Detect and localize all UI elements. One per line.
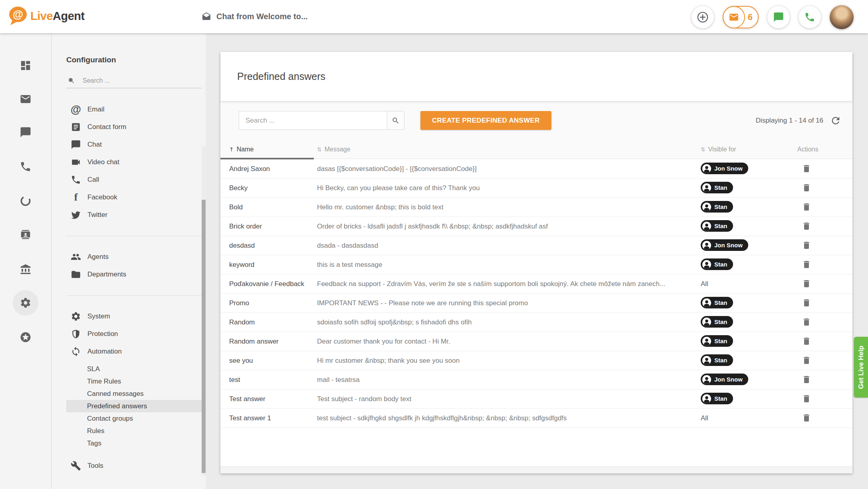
refresh-icon[interactable] [830,115,841,126]
table-row[interactable]: Andrej Saxondasas [{$conversationCode}] … [220,159,852,179]
predefined-answers-card: Predefined answers CREATE PREDEFINED ANS… [220,52,852,473]
rail-item-chat[interactable] [13,119,38,145]
sort-both-icon: ⇅ [701,146,705,153]
agent-badge-label: Stan [714,203,727,210]
column-header-visible-for[interactable]: ⇅Visible for [701,146,797,153]
table-row[interactable]: BoldHello mr. customer &nbsp; this is bo… [220,198,852,217]
table-row[interactable]: Poďakovanie / FeedbackFeedback na suppor… [220,274,852,294]
actions-cell [797,220,852,233]
sidebar-scrollbar-thumb[interactable] [202,200,206,473]
delete-button[interactable] [801,163,813,175]
sidebar-item-contact-groups[interactable]: Contact groups [66,412,206,425]
delete-button[interactable] [801,354,813,366]
delete-button[interactable] [801,258,813,270]
rail-item-mail[interactable] [13,86,38,112]
sidebar-item-automation[interactable]: Automation [52,343,206,360]
add-button[interactable] [692,6,714,28]
actions-cell [797,297,852,309]
table-row[interactable]: desdasddsada - dasdasdasdJon Snow [220,236,852,255]
chat-bubble-icon [71,139,81,150]
message-cell: Hi Becky, can you please take care of th… [317,184,701,192]
delete-button[interactable] [801,220,813,232]
rail-item-dashboard[interactable] [13,53,38,78]
table-row[interactable]: PromoIMPORTANT NEWS - - Please note we a… [220,294,852,313]
table-row[interactable]: Randomsdoiasfo sofih sdfoij spofj&nbsp; … [220,313,852,332]
chats-button[interactable] [767,6,790,28]
column-header-label: Actions [797,146,818,153]
rail-item-progress-circle[interactable] [13,188,38,214]
actions-cell [797,182,852,194]
calls-button[interactable] [799,6,821,28]
sidebar-item-call[interactable]: Call [52,171,206,189]
delete-button[interactable] [801,182,813,194]
table-row[interactable]: see youHi mr customer &nbsp; thank you s… [220,351,852,370]
sidebar-item-facebook[interactable]: fFacebook [52,189,206,206]
configuration-sidebar: Configuration @EmailContact formChatVide… [52,33,206,489]
delete-button[interactable] [801,297,813,309]
sidebar-item-tags[interactable]: Tags [66,437,206,449]
sidebar-item-twitter[interactable]: Twitter [52,206,206,224]
name-cell: Bold [229,203,317,211]
table-search-input[interactable] [239,111,387,130]
open-ticket-tab[interactable]: Chat from Welcome to... [202,0,308,33]
sidebar-item-contact-form[interactable]: Contact form [52,118,206,136]
message-cell: Dear customer thank you for contact - Hi… [317,338,701,346]
sidebar-search-input[interactable] [82,77,202,85]
sidebar-item-rules[interactable]: Rules [66,425,206,437]
sidebar-item-email[interactable]: @Email [52,101,206,118]
delete-button[interactable] [801,316,813,328]
column-header-message[interactable]: ⇅Message [317,146,701,153]
delete-button[interactable] [801,239,813,251]
table-row[interactable]: Brick orderOrder of bricks - ldsafli jad… [220,217,852,236]
sidebar-item-protection[interactable]: Protection [52,325,206,343]
column-header-name[interactable]: ↑Name [229,146,317,153]
delete-button[interactable] [801,393,813,405]
person-icon [702,164,711,173]
sidebar-item-time-rules[interactable]: Time Rules [66,375,206,388]
sidebar-item-video-chat[interactable]: Video chat [52,153,206,171]
name-cell: Promo [229,299,317,307]
get-live-help-button[interactable]: Get Live Help [854,337,868,398]
table-row[interactable]: Random answerDear customer thank you for… [220,332,852,351]
rail-item-bank[interactable] [13,256,38,282]
table-row[interactable]: Test answer 1test subject - sdkjfhgkd sh… [220,409,852,428]
tickets-to-answer-button[interactable]: 6 [723,6,759,28]
actions-cell [797,412,852,424]
sidebar-item-chat[interactable]: Chat [52,136,206,153]
envelope-open-icon [202,12,211,22]
agent-badge-label: Jon Snow [714,242,743,248]
table-row[interactable]: BeckyHi Becky, can you please take care … [220,179,852,198]
delete-button[interactable] [801,374,813,386]
sidebar-item-label: Agents [87,253,109,261]
icon-rail [0,33,52,489]
sidebar-item-sla[interactable]: SLA [66,363,206,375]
actions-cell [797,393,852,405]
sidebar-item-agents[interactable]: Agents [52,248,206,266]
rail-item-phone[interactable] [13,154,38,179]
sidebar-item-canned-messages[interactable]: Canned messages [66,388,206,400]
message-cell: mail - tesatrsa [317,376,701,384]
delete-button[interactable] [801,201,813,213]
rail-item-contact-card[interactable] [13,222,38,247]
sidebar-item-tools[interactable]: Tools [52,457,206,475]
delete-button[interactable] [801,412,813,424]
agent-badge: Stan [701,220,733,232]
create-predefined-answer-button[interactable]: CREATE PREDEFINED ANSWER [420,111,551,130]
sidebar-item-departments[interactable]: Departments [52,266,206,283]
delete-button[interactable] [801,278,813,290]
sidebar-item-predefined-answers[interactable]: Predefined answers [66,400,206,412]
table-row[interactable]: testmail - tesatrsaJon Snow [220,370,852,390]
message-cell: this is a test message [317,261,701,269]
person-icon [702,222,711,231]
user-avatar[interactable] [830,5,854,29]
person-icon [702,356,711,365]
table-search-button[interactable] [387,111,404,130]
delete-button[interactable] [801,335,813,347]
rail-item-star[interactable] [13,324,38,350]
rail-item-gear[interactable] [13,290,38,316]
table-row[interactable]: keywordthis is a test messageStan [220,255,852,274]
table-row[interactable]: Test answerTest subject - random body te… [220,390,852,409]
sidebar-item-label: Twitter [87,211,107,219]
sidebar-item-system[interactable]: System [52,308,206,325]
name-cell: Random [229,318,317,326]
